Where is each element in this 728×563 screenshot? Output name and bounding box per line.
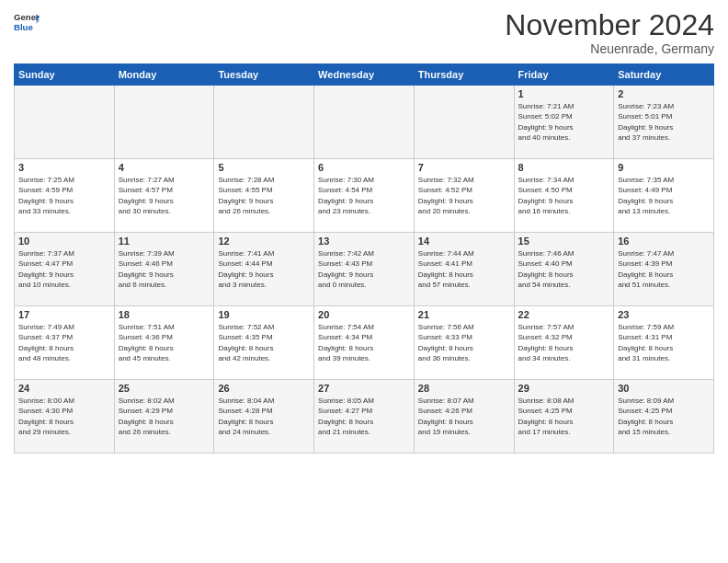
day-number: 1 (518, 88, 610, 99)
day-info: Sunrise: 8:04 AM Sunset: 4:28 PM Dayligh… (218, 396, 310, 437)
day-info: Sunrise: 7:27 AM Sunset: 4:57 PM Dayligh… (119, 175, 210, 216)
calendar-day-cell: 6Sunrise: 7:30 AM Sunset: 4:54 PM Daylig… (314, 159, 415, 233)
day-number: 3 (18, 162, 110, 173)
calendar-day-cell: 22Sunrise: 7:57 AM Sunset: 4:32 PM Dayli… (514, 306, 614, 380)
day-info: Sunrise: 7:54 AM Sunset: 4:34 PM Dayligh… (318, 322, 410, 363)
calendar-day-cell (214, 86, 314, 159)
calendar-day-cell: 8Sunrise: 7:34 AM Sunset: 4:50 PM Daylig… (514, 159, 614, 233)
day-info: Sunrise: 7:37 AM Sunset: 4:47 PM Dayligh… (18, 248, 110, 290)
calendar-day-cell: 4Sunrise: 7:27 AM Sunset: 4:57 PM Daylig… (114, 159, 214, 233)
day-info: Sunrise: 7:23 AM Sunset: 5:01 PM Dayligh… (618, 101, 710, 143)
day-info: Sunrise: 7:46 AM Sunset: 4:40 PM Dayligh… (518, 248, 610, 290)
calendar-week-row: 24Sunrise: 8:00 AM Sunset: 4:30 PM Dayli… (15, 380, 714, 454)
day-number: 26 (218, 383, 310, 394)
day-number: 13 (318, 236, 410, 247)
day-info: Sunrise: 7:34 AM Sunset: 4:50 PM Dayligh… (518, 175, 610, 216)
day-info: Sunrise: 8:09 AM Sunset: 4:25 PM Dayligh… (618, 396, 710, 437)
calendar-day-cell: 27Sunrise: 8:05 AM Sunset: 4:27 PM Dayli… (314, 380, 415, 454)
day-number: 7 (418, 162, 510, 173)
day-number: 22 (518, 309, 610, 320)
day-number: 2 (618, 88, 710, 99)
day-info: Sunrise: 7:41 AM Sunset: 4:44 PM Dayligh… (218, 248, 310, 290)
calendar-day-cell (114, 86, 214, 159)
day-info: Sunrise: 8:08 AM Sunset: 4:25 PM Dayligh… (518, 396, 610, 437)
header: General Blue November 2024 Neuenrade, Ge… (14, 9, 714, 56)
calendar-day-cell (15, 86, 115, 159)
day-info: Sunrise: 7:56 AM Sunset: 4:33 PM Dayligh… (418, 322, 510, 363)
calendar-day-cell: 30Sunrise: 8:09 AM Sunset: 4:25 PM Dayli… (614, 380, 714, 454)
calendar-day-cell: 2Sunrise: 7:23 AM Sunset: 5:01 PM Daylig… (614, 86, 714, 159)
month-title: November 2024 (505, 9, 714, 41)
calendar-week-row: 1Sunrise: 7:21 AM Sunset: 5:02 PM Daylig… (15, 86, 714, 159)
day-info: Sunrise: 7:25 AM Sunset: 4:59 PM Dayligh… (18, 175, 110, 216)
calendar-day-cell: 29Sunrise: 8:08 AM Sunset: 4:25 PM Dayli… (514, 380, 614, 454)
weekday-header-cell: Monday (114, 64, 214, 86)
calendar-day-cell: 12Sunrise: 7:41 AM Sunset: 4:44 PM Dayli… (214, 233, 314, 306)
calendar-day-cell: 23Sunrise: 7:59 AM Sunset: 4:31 PM Dayli… (614, 306, 714, 380)
calendar-body: 1Sunrise: 7:21 AM Sunset: 5:02 PM Daylig… (15, 86, 714, 454)
logo-icon: General Blue (14, 9, 40, 35)
day-number: 23 (618, 309, 710, 320)
weekday-header-cell: Friday (514, 64, 614, 86)
svg-text:Blue: Blue (14, 22, 33, 32)
day-info: Sunrise: 7:28 AM Sunset: 4:55 PM Dayligh… (218, 175, 310, 216)
calendar-day-cell: 14Sunrise: 7:44 AM Sunset: 4:41 PM Dayli… (414, 233, 514, 306)
day-info: Sunrise: 7:42 AM Sunset: 4:43 PM Dayligh… (318, 248, 410, 290)
weekday-header: SundayMondayTuesdayWednesdayThursdayFrid… (15, 64, 714, 86)
weekday-header-cell: Wednesday (314, 64, 415, 86)
day-number: 16 (618, 236, 710, 247)
day-number: 12 (218, 236, 310, 247)
weekday-header-cell: Sunday (15, 64, 115, 86)
calendar-day-cell: 5Sunrise: 7:28 AM Sunset: 4:55 PM Daylig… (214, 159, 314, 233)
day-number: 11 (119, 236, 210, 247)
day-number: 30 (618, 383, 710, 394)
calendar-day-cell: 17Sunrise: 7:49 AM Sunset: 4:37 PM Dayli… (15, 306, 115, 380)
day-info: Sunrise: 7:57 AM Sunset: 4:32 PM Dayligh… (518, 322, 610, 363)
day-number: 9 (618, 162, 710, 173)
weekday-header-cell: Thursday (414, 64, 514, 86)
calendar-day-cell: 13Sunrise: 7:42 AM Sunset: 4:43 PM Dayli… (314, 233, 415, 306)
day-number: 4 (119, 162, 210, 173)
calendar-day-cell: 18Sunrise: 7:51 AM Sunset: 4:36 PM Dayli… (114, 306, 214, 380)
day-info: Sunrise: 8:02 AM Sunset: 4:29 PM Dayligh… (119, 396, 210, 437)
calendar: SundayMondayTuesdayWednesdayThursdayFrid… (14, 63, 714, 454)
day-info: Sunrise: 7:52 AM Sunset: 4:35 PM Dayligh… (218, 322, 310, 363)
calendar-day-cell: 7Sunrise: 7:32 AM Sunset: 4:52 PM Daylig… (414, 159, 514, 233)
day-info: Sunrise: 7:51 AM Sunset: 4:36 PM Dayligh… (119, 322, 210, 363)
location: Neuenrade, Germany (505, 41, 714, 56)
calendar-day-cell: 11Sunrise: 7:39 AM Sunset: 4:46 PM Dayli… (114, 233, 214, 306)
day-number: 6 (318, 162, 410, 173)
day-info: Sunrise: 7:49 AM Sunset: 4:37 PM Dayligh… (18, 322, 110, 363)
calendar-day-cell: 10Sunrise: 7:37 AM Sunset: 4:47 PM Dayli… (15, 233, 115, 306)
day-number: 14 (418, 236, 510, 247)
svg-text:General: General (14, 12, 40, 22)
day-info: Sunrise: 7:21 AM Sunset: 5:02 PM Dayligh… (518, 101, 610, 143)
day-number: 18 (119, 309, 210, 320)
calendar-day-cell: 24Sunrise: 8:00 AM Sunset: 4:30 PM Dayli… (15, 380, 115, 454)
calendar-day-cell: 28Sunrise: 8:07 AM Sunset: 4:26 PM Dayli… (414, 380, 514, 454)
day-number: 19 (218, 309, 310, 320)
title-section: November 2024 Neuenrade, Germany (505, 9, 714, 56)
calendar-day-cell: 1Sunrise: 7:21 AM Sunset: 5:02 PM Daylig… (514, 86, 614, 159)
calendar-day-cell: 20Sunrise: 7:54 AM Sunset: 4:34 PM Dayli… (314, 306, 415, 380)
day-info: Sunrise: 8:00 AM Sunset: 4:30 PM Dayligh… (18, 396, 110, 437)
calendar-day-cell: 3Sunrise: 7:25 AM Sunset: 4:59 PM Daylig… (15, 159, 115, 233)
day-number: 29 (518, 383, 610, 394)
calendar-day-cell: 16Sunrise: 7:47 AM Sunset: 4:39 PM Dayli… (614, 233, 714, 306)
day-info: Sunrise: 7:39 AM Sunset: 4:46 PM Dayligh… (119, 248, 210, 290)
day-number: 8 (518, 162, 610, 173)
day-number: 10 (18, 236, 110, 247)
page: General Blue November 2024 Neuenrade, Ge… (0, 0, 728, 563)
day-number: 25 (119, 383, 210, 394)
day-info: Sunrise: 8:05 AM Sunset: 4:27 PM Dayligh… (318, 396, 410, 437)
day-info: Sunrise: 7:59 AM Sunset: 4:31 PM Dayligh… (618, 322, 710, 363)
day-number: 27 (318, 383, 410, 394)
day-number: 24 (18, 383, 110, 394)
logo: General Blue (14, 9, 40, 35)
calendar-week-row: 17Sunrise: 7:49 AM Sunset: 4:37 PM Dayli… (15, 306, 714, 380)
day-info: Sunrise: 7:32 AM Sunset: 4:52 PM Dayligh… (418, 175, 510, 216)
calendar-day-cell: 9Sunrise: 7:35 AM Sunset: 4:49 PM Daylig… (614, 159, 714, 233)
day-info: Sunrise: 7:35 AM Sunset: 4:49 PM Dayligh… (618, 175, 710, 216)
calendar-day-cell: 19Sunrise: 7:52 AM Sunset: 4:35 PM Dayli… (214, 306, 314, 380)
day-info: Sunrise: 7:47 AM Sunset: 4:39 PM Dayligh… (618, 248, 710, 290)
